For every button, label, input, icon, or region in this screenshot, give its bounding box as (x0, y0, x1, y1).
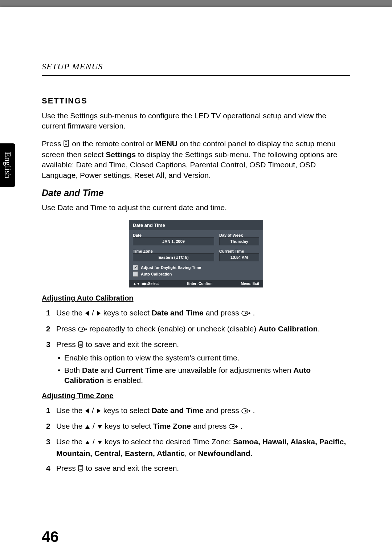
menu-icon (78, 464, 84, 474)
settings-heading: SETTINGS (42, 96, 350, 106)
up-arrow-icon (85, 421, 90, 432)
osd-dow-value: Thursday (219, 237, 259, 245)
text: and (99, 366, 116, 374)
settings-intro: Use the Settings sub-menus to configure … (42, 111, 350, 131)
text: keys to select (103, 406, 152, 415)
bullet-1: Enable this option to view the system's … (56, 353, 350, 363)
svg-point-17 (245, 410, 246, 412)
language-tab: English (0, 143, 15, 187)
bold: Date and Time (152, 406, 204, 415)
text: keys to select the desired Time Zone: (105, 437, 233, 446)
osd-tz-label: Time Zone (133, 249, 214, 253)
svg-rect-16 (242, 409, 248, 413)
text: and press (206, 406, 241, 415)
text: Press (56, 340, 78, 348)
text: Use the (56, 422, 85, 430)
text: Press (42, 139, 64, 148)
settings-press: Press on the remote control or MENU on t… (42, 139, 350, 180)
osd-date-value: JAN 1, 2009 (133, 237, 214, 245)
text: Press (56, 325, 78, 333)
svg-marker-22 (85, 441, 90, 444)
step-3: 3 Use the / keys to select the desired T… (46, 436, 350, 458)
text: and press (193, 422, 229, 430)
text: Use the (56, 437, 85, 446)
osd-footer-select: ▲▼ ◀▶:Select (133, 282, 159, 286)
svg-marker-4 (85, 311, 89, 316)
date-time-intro: Use Date and Time to adjust the current … (42, 203, 350, 213)
svg-marker-14 (85, 408, 89, 413)
osd-ct-value: 10:54 AM (219, 253, 259, 261)
down-arrow-icon (97, 421, 103, 432)
text: . (253, 406, 255, 415)
text: . (250, 449, 253, 457)
section-header: SETUP MENUS (42, 62, 350, 72)
manual-page: English SETUP MENUS SETTINGS Use the Set… (0, 7, 392, 555)
text: keys to select (105, 422, 153, 430)
bold: Current Time (115, 366, 163, 374)
osd-ct-label: Current Time (219, 249, 259, 253)
menu-icon (64, 139, 70, 150)
settings-label: Settings (106, 150, 136, 159)
osd-footer-confirm: Enter: Confirm (187, 282, 212, 286)
text: Use the (56, 406, 85, 415)
svg-marker-5 (97, 311, 101, 316)
bold: Auto Calibration (258, 325, 318, 333)
text: repeatedly to check (enable) or uncheck … (89, 325, 258, 333)
step-1: 1 Use the / keys to select Date and Time… (46, 405, 350, 416)
step-1: 1 Use the / keys to select Date and Time… (46, 307, 350, 319)
enter-icon (78, 324, 87, 335)
text: is enabled. (104, 376, 143, 384)
svg-marker-19 (98, 425, 102, 429)
step-2: 2 Press repeatedly to check (enable) or … (46, 323, 350, 335)
svg-marker-23 (98, 441, 102, 444)
step-2: 2 Use the / keys to select Time Zone and… (46, 421, 350, 432)
text: Both (64, 366, 82, 374)
enter-icon (241, 308, 251, 319)
osd-title: Date and Time (129, 220, 263, 230)
step-4: 4 Press to save and exit the screen. (46, 463, 350, 474)
auto-cal-steps: 1 Use the / keys to select Date and Time… (46, 307, 350, 385)
osd-body: Date Day of Week JAN 1, 2009 Thursday Ti… (129, 230, 263, 280)
right-arrow-icon (96, 308, 101, 319)
text: , or (185, 449, 198, 457)
text: on the remote control or (72, 139, 155, 148)
menu-icon (78, 340, 84, 350)
text: to save and exit the screen. (86, 464, 179, 472)
text: . (253, 309, 255, 317)
osd-footer-exit: Menu: Exit (241, 282, 259, 286)
osd-dow-label: Day of Week (219, 233, 259, 237)
bold: Date (82, 366, 99, 374)
left-arrow-icon (85, 308, 90, 319)
osd-date-label: Date (133, 233, 214, 237)
header-rule (42, 75, 350, 76)
bold: Newfoundland (198, 449, 250, 457)
step-3: 3 Press to save and exit the screen. Ena… (46, 339, 350, 385)
osd-autocal-row: Auto Calibration (133, 272, 259, 277)
svg-point-7 (245, 313, 246, 314)
osd-tz-value: Eastern (UTC-5) (133, 253, 214, 261)
right-arrow-icon (96, 406, 101, 416)
text: Use the (56, 309, 85, 317)
page-number: 46 (42, 528, 59, 546)
bold: Time Zone (153, 422, 191, 430)
text: are unavailable for adjustments when (163, 366, 294, 374)
down-arrow-icon (97, 437, 103, 448)
text: and press (206, 309, 241, 317)
text: . (318, 325, 320, 333)
text: Press (56, 464, 78, 472)
text: to save and exit the screen. (86, 340, 179, 348)
tz-steps: 1 Use the / keys to select Date and Time… (46, 405, 350, 474)
svg-marker-18 (85, 425, 90, 429)
up-arrow-icon (85, 437, 90, 448)
svg-point-21 (232, 426, 234, 428)
checkbox-unchecked-icon (133, 272, 138, 277)
adj-tz-heading: Adjusting Time Zone (42, 392, 350, 400)
svg-point-9 (81, 328, 83, 330)
text: keys to select (103, 309, 152, 317)
svg-rect-0 (64, 140, 69, 147)
sub-bullets: Enable this option to view the system's … (56, 353, 350, 386)
osd-dst-label: Adjust for Daylight Saving Time (141, 265, 201, 270)
bold: Date and Time (152, 309, 204, 317)
adj-auto-cal-heading: Adjusting Auto Calibration (42, 294, 350, 302)
left-arrow-icon (85, 406, 90, 416)
